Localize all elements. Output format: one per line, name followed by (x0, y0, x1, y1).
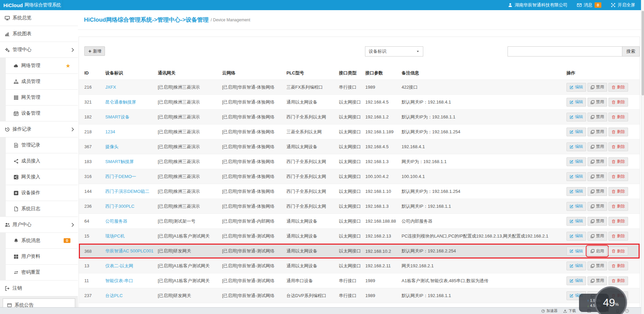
delete-button[interactable]: 删除 (608, 262, 628, 270)
delete-button[interactable]: 删除 (608, 232, 628, 241)
sidebar-item-0[interactable]: 系统总览 (0, 10, 78, 26)
search-field-select[interactable]: 设备标识 (365, 46, 423, 57)
edit-button[interactable]: 编辑 (566, 113, 586, 121)
disable-button[interactable]: 禁用 (587, 98, 607, 107)
sidebar-item-2[interactable]: 管理中心 (0, 42, 78, 58)
delete-button[interactable]: 删除 (608, 247, 628, 255)
delete-button[interactable]: 删除 (608, 98, 628, 107)
edit-button[interactable]: 编辑 (566, 128, 586, 136)
device-link[interactable]: 西门子300PLC (105, 204, 134, 209)
delete-button[interactable]: 删除 (608, 113, 628, 121)
device-link[interactable]: 1234 (105, 129, 115, 134)
sidebar-item-6[interactable]: 设备管理 (6, 106, 78, 121)
help-icon[interactable]: ? (625, 309, 629, 313)
table-row: 316西门子DEMO一[已启用]株洲三菱演示[已启用]华辰智通-体验网络西门子全… (79, 169, 640, 184)
device-link[interactable]: 台达PLC (105, 293, 123, 298)
delete-button[interactable]: 删除 (608, 157, 628, 166)
sidebar-item-7[interactable]: 操作记录 (0, 121, 78, 137)
cell-actions: 编辑禁用删除 (566, 113, 634, 121)
edit-button[interactable]: 编辑 (566, 142, 586, 151)
delete-button[interactable]: 删除 (608, 187, 628, 196)
vertical-scrollbar[interactable] (641, 0, 644, 314)
sidebar-item-8[interactable]: 管理记录 (6, 137, 78, 153)
device-link[interactable]: SMART设备 (105, 114, 129, 119)
disable-button[interactable]: 禁用 (587, 262, 607, 270)
delete-button[interactable]: 删除 (608, 276, 628, 285)
accelerator-button[interactable]: 加速器 (541, 308, 558, 313)
disable-button[interactable]: 禁用 (587, 217, 607, 226)
edit-button[interactable]: 编辑 (566, 247, 586, 255)
edit-button[interactable]: 编辑 (566, 232, 586, 241)
device-link[interactable]: 西门子DEMO一 (105, 174, 136, 179)
disable-button[interactable]: 禁用 (587, 276, 607, 285)
edit-button[interactable]: 编辑 (566, 83, 586, 92)
disable-button[interactable]: 禁用 (587, 113, 607, 121)
edit-icon (570, 294, 574, 298)
cell-interface-param: 192.168.1.3 (365, 204, 402, 209)
enable-button[interactable]: 启用 (587, 247, 607, 255)
delete-button[interactable]: 删除 (608, 217, 628, 226)
add-device-button[interactable]: 新增 (84, 46, 105, 56)
delete-button[interactable]: 删除 (608, 83, 628, 92)
fullscreen-button[interactable]: 开启全屏 (611, 2, 635, 8)
cell-gateway: [已启用]株洲三菱演示 (158, 99, 222, 105)
device-link[interactable]: 西门子演示DEMO箱二 (105, 189, 149, 194)
cell-device-name: 现场PC机 (105, 233, 158, 239)
search-input[interactable] (508, 46, 622, 57)
sidebar-item-16[interactable]: 密码重置 (6, 265, 78, 281)
sidebar-item-4[interactable]: 成员管理 (6, 74, 78, 90)
sidebar-item-17[interactable]: 注销 (0, 281, 78, 296)
disable-button[interactable]: 禁用 (587, 232, 607, 241)
sidebar-item-14[interactable]: 系统消息0 (6, 233, 78, 249)
device-link[interactable]: 现场PC机 (105, 233, 125, 239)
edit-button[interactable]: 编辑 (566, 217, 586, 226)
sidebar-item-10[interactable]: 网关接入 (6, 169, 78, 185)
edit-button[interactable]: 编辑 (566, 202, 586, 211)
disable-button[interactable]: 禁用 (587, 83, 607, 92)
sidebar-item-15[interactable]: 用户资料 (6, 249, 78, 265)
clone-icon (591, 249, 595, 253)
sidebar-item-1[interactable]: 系统图表 (0, 26, 78, 42)
edit-button[interactable]: 编辑 (566, 262, 586, 270)
device-link[interactable]: JXFX (105, 85, 116, 90)
delete-button[interactable]: 删除 (608, 172, 628, 181)
table-row: 144西门子演示DEMO箱二[已启用]株洲三菱演示[已启用]华辰智通-体验网络西… (79, 184, 640, 199)
edit-button[interactable]: 编辑 (566, 157, 586, 166)
device-link[interactable]: 智能仪表-串口 (105, 278, 133, 283)
disable-button[interactable]: 禁用 (587, 157, 607, 166)
sidebar-item-9[interactable]: 成员接入 (6, 153, 78, 169)
cell-interface-type: 串行接口 (339, 278, 365, 284)
trash-icon (611, 115, 616, 119)
edit-button[interactable]: 编辑 (566, 276, 586, 285)
scrollbar-thumb[interactable] (642, 11, 644, 95)
download-button[interactable]: 下载 (563, 308, 576, 313)
disable-button[interactable]: 禁用 (587, 128, 607, 136)
search-button[interactable]: 搜索 (622, 46, 640, 57)
cell-plc-model: 西门子全系列以太网 (286, 174, 339, 180)
sidebar-item-12[interactable]: 系统日志 (6, 201, 78, 217)
clone-icon (591, 145, 595, 149)
device-link[interactable]: SMART触摸屏 (105, 159, 134, 164)
disable-button[interactable]: 禁用 (587, 202, 607, 211)
sidebar-item-3[interactable]: 网络管理★ (6, 58, 78, 74)
disable-button[interactable]: 禁用 (587, 142, 607, 151)
delete-button[interactable]: 删除 (608, 128, 628, 136)
delete-button[interactable]: 删除 (608, 202, 628, 211)
disable-button[interactable]: 禁用 (587, 187, 607, 196)
sidebar-item-5[interactable]: 网关管理 (6, 90, 78, 106)
device-link[interactable]: 昆仑通泰触摸屏 (105, 99, 136, 105)
disable-button[interactable]: 禁用 (587, 172, 607, 181)
company-menu[interactable]: 湖南华辰智通科技有限公司 (508, 2, 567, 8)
sidebar-item-11[interactable]: 设备操作 (6, 185, 78, 201)
device-link[interactable]: 摄像头 (105, 144, 119, 149)
device-link[interactable]: 公司服务器 (105, 219, 127, 224)
edit-button[interactable]: 编辑 (566, 187, 586, 196)
device-link[interactable]: 华辰智通AC 500PLC001 (105, 248, 153, 253)
edit-button[interactable]: 编辑 (566, 172, 586, 181)
device-link[interactable]: 仪表二-以太网 (105, 263, 133, 268)
edit-button[interactable]: 编辑 (566, 98, 586, 107)
messages-menu[interactable]: 消息 0 (577, 2, 601, 8)
delete-button[interactable]: 删除 (608, 142, 628, 151)
cell-interface-type: 以太网接口 (339, 248, 365, 254)
sidebar-item-13[interactable]: 用户中心 (0, 217, 78, 233)
